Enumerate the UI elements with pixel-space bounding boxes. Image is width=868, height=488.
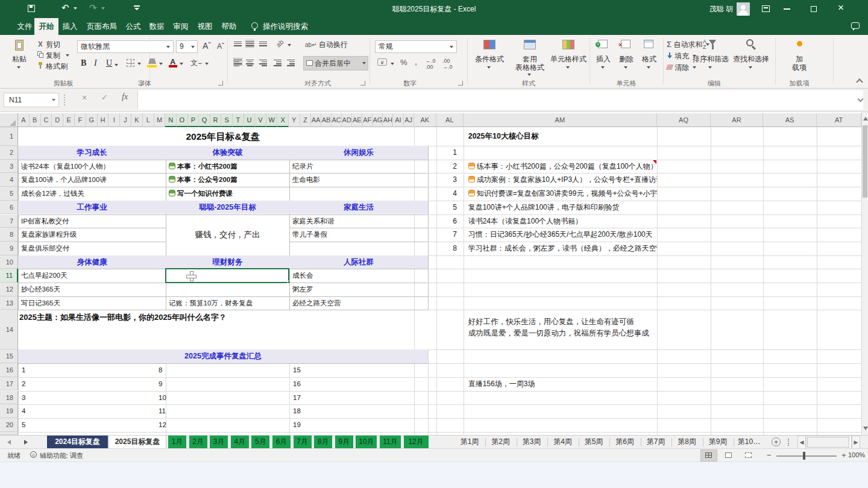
tabbar-splitter[interactable] — [788, 439, 790, 446]
cell[interactable]: 写一个知识付费课 — [166, 187, 289, 201]
tab-home[interactable]: 开始 — [34, 18, 58, 35]
phonetic-dropdown[interactable] — [205, 63, 209, 65]
column-header-T[interactable]: T — [233, 113, 244, 127]
row-header-7[interactable]: 7 — [0, 214, 18, 228]
phonetic-icon[interactable]: 文⌣ — [190, 58, 203, 68]
sort-filter-button[interactable]: AZ 排序和筛选 — [692, 39, 729, 81]
tab-week-2[interactable]: 第2周 — [487, 436, 515, 449]
summary-cell[interactable]: 9 — [159, 377, 195, 391]
tab-week-5[interactable]: 第5周 — [580, 436, 608, 449]
row-header-17[interactable]: 17 — [0, 377, 18, 391]
number-dialog-launcher[interactable] — [458, 81, 463, 86]
paste-button[interactable]: 粘贴 — [6, 39, 33, 81]
row-header-2[interactable]: 2 — [0, 146, 18, 160]
cell[interactable]: 写日记365天 — [18, 296, 166, 310]
view-normal-button[interactable] — [701, 450, 717, 461]
goal-cell[interactable]: 习惯：日记365天/抄心经365天/七点早起200天/散步100天 — [468, 228, 657, 242]
column-header-AG[interactable]: AG — [373, 113, 383, 127]
bold-button[interactable]: B — [81, 58, 86, 68]
enter-icon[interactable]: ✓ — [101, 93, 108, 102]
align-left-icon[interactable] — [234, 58, 242, 65]
v-scroll-up[interactable] — [863, 117, 868, 120]
column-header-U[interactable]: U — [244, 113, 256, 127]
formula-input[interactable] — [137, 90, 863, 110]
zoom-slider-track[interactable] — [776, 455, 837, 457]
increase-indent-icon[interactable] — [287, 58, 295, 65]
fill-handle[interactable] — [288, 281, 291, 284]
tab-month-9[interactable]: 9月 — [335, 436, 353, 449]
view-layout-button[interactable] — [721, 450, 737, 461]
zoom-slider-thumb[interactable] — [803, 452, 805, 460]
sheet-nav-right[interactable] — [24, 440, 28, 445]
row-header-4[interactable]: 4 — [0, 173, 18, 187]
decrease-font-icon[interactable]: Aˇ — [217, 42, 224, 51]
summary-cell[interactable]: 10 — [159, 391, 195, 405]
tab-insert[interactable]: 插入 — [60, 18, 80, 35]
cell[interactable]: 读书24本（复盘100个人物） — [18, 160, 166, 174]
number-format-select[interactable]: 常规 — [375, 40, 457, 53]
align-top-icon[interactable] — [234, 40, 242, 47]
column-header-AI[interactable]: AI — [393, 113, 403, 127]
column-header-M[interactable]: M — [154, 113, 166, 127]
tab-month-3[interactable]: 3月 — [210, 436, 228, 449]
row-header-5[interactable]: 5 — [0, 187, 18, 201]
align-middle-icon[interactable] — [246, 40, 254, 47]
fill-dropdown[interactable] — [159, 63, 163, 65]
column-header-AA[interactable]: AA — [311, 113, 321, 127]
column-header-AJ[interactable]: AJ — [404, 113, 414, 127]
view-break-button[interactable] — [741, 450, 756, 461]
align-bottom-icon[interactable] — [259, 40, 267, 47]
ribbon-display-icon[interactable] — [762, 5, 770, 12]
cell[interactable]: IP创富私教交付 — [18, 214, 166, 228]
column-header-I[interactable]: I — [108, 113, 120, 127]
borders-icon[interactable] — [127, 59, 134, 67]
v-scroll-thumb[interactable] — [863, 125, 867, 198]
orientation-icon[interactable]: ab — [275, 38, 285, 48]
column-header-AB[interactable]: AB — [321, 113, 332, 127]
font-family-select[interactable]: 微软雅黑 — [77, 40, 174, 53]
conditional-format-button[interactable]: 条件格式 — [470, 39, 509, 81]
format-cells-button[interactable]: 格式 — [639, 39, 659, 81]
italic-button[interactable]: I — [94, 58, 97, 68]
column-header-R[interactable]: R — [210, 113, 222, 127]
cell[interactable]: 本事：公众号200篇 — [166, 173, 289, 187]
row-header-15[interactable]: 15 — [0, 349, 18, 363]
column-header-F[interactable]: F — [75, 113, 86, 127]
tab-month-5[interactable]: 5月 — [251, 436, 269, 449]
borders-dropdown[interactable] — [137, 63, 141, 65]
cell[interactable]: 复盘俱乐部交付 — [18, 242, 166, 255]
h-scroll-right[interactable]: ▶ — [852, 436, 860, 449]
name-box-dropdown[interactable] — [52, 99, 55, 101]
format-painter-button[interactable]: 格式刷 — [37, 61, 68, 72]
minimize-button[interactable] — [784, 8, 790, 10]
row-header-8[interactable]: 8 — [0, 228, 18, 242]
row-header-9[interactable]: 9 — [0, 242, 18, 255]
merge-center-button[interactable]: 合并后居中 — [304, 57, 368, 70]
font-dialog-launcher[interactable] — [218, 81, 223, 86]
cell[interactable]: 生命电影 — [289, 173, 428, 187]
find-select-button[interactable]: 查找和选择 — [732, 39, 770, 81]
tab-month-4[interactable]: 4月 — [231, 436, 249, 449]
zoom-level[interactable]: 100% — [848, 451, 865, 458]
column-header-AE[interactable]: AE — [352, 113, 362, 127]
column-header-Z[interactable]: Z — [300, 113, 312, 127]
cancel-icon[interactable]: × — [82, 93, 87, 102]
tab-pagelayout[interactable]: 页面布局 — [83, 18, 121, 35]
column-header-AK[interactable]: AK — [414, 113, 436, 127]
column-header-AC[interactable]: AC — [332, 113, 342, 127]
row-header-18[interactable]: 18 — [0, 391, 18, 405]
accounting-format-icon[interactable]: ¥ — [377, 58, 387, 66]
cell[interactable]: 家庭关系和谐 — [289, 214, 428, 228]
cell[interactable]: 带儿子暑假 — [289, 228, 428, 242]
wrap-text-button[interactable]: ab↵ 自动换行 — [305, 40, 348, 50]
new-sheet-button[interactable]: + — [772, 437, 781, 446]
tab-week-7[interactable]: 第7周 — [642, 436, 670, 449]
column-header-E[interactable]: E — [63, 113, 75, 127]
cell[interactable]: 七点早起200天 — [18, 269, 166, 283]
cell-styles-button[interactable]: 单元格样式 — [550, 39, 587, 81]
tab-month-10[interactable]: 10月 — [356, 436, 377, 449]
cell[interactable]: 纪录片 — [289, 160, 428, 174]
addins-button[interactable]: 加 载项 — [784, 39, 815, 81]
font-color-dropdown[interactable] — [180, 63, 183, 65]
summary-cell[interactable]: 15 — [293, 363, 329, 377]
